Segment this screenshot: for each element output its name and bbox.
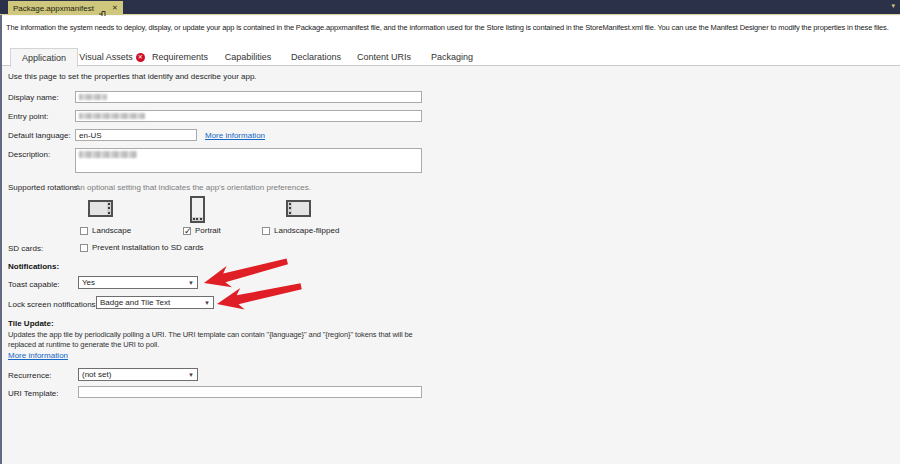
portrait-checkbox[interactable] xyxy=(183,227,191,235)
sd-cards-checkbox-label: Prevent installation to SD cards xyxy=(92,243,204,252)
tab-capabilities[interactable]: Capabilities xyxy=(214,48,282,66)
uri-template-input[interactable] xyxy=(78,386,422,398)
sd-cards-checkbox-row: Prevent installation to SD cards xyxy=(80,243,204,252)
landscape-flipped-checkbox-row: Landscape-flipped xyxy=(262,226,339,235)
tile-update-more-information-link[interactable]: More information xyxy=(8,351,68,360)
manifest-description-strip: The information the system needs to depl… xyxy=(2,16,900,48)
toast-capable-label: Toast capable: xyxy=(8,280,60,289)
document-well-dropdown-icon[interactable]: ▾ xyxy=(891,2,895,10)
default-language-label: Default language: xyxy=(8,131,71,140)
sd-cards-label: SD cards: xyxy=(8,244,43,253)
supported-rotations-hint: An optional setting that indicates the a… xyxy=(75,183,311,192)
document-tab-title: Package.appxmanifest xyxy=(13,4,94,13)
chevron-down-icon: ▼ xyxy=(186,372,194,378)
document-well-bar: Package.appxmanifest ✕ ▾ xyxy=(0,0,900,15)
page-intro-text: Use this page to set the properties that… xyxy=(8,72,257,81)
recurrence-label: Recurrence: xyxy=(8,371,52,380)
landscape-checkbox[interactable] xyxy=(80,227,88,235)
pin-icon[interactable] xyxy=(99,4,107,12)
entry-point-label: Entry point: xyxy=(8,112,48,121)
description-textarea[interactable] xyxy=(75,148,422,173)
chevron-down-icon: ▼ xyxy=(202,300,210,306)
document-tab[interactable]: Package.appxmanifest ✕ xyxy=(8,1,123,15)
lock-screen-notifications-dropdown[interactable]: Badge and Tile Text ▼ xyxy=(96,296,214,309)
tile-update-description: Updates the app tile by periodically pol… xyxy=(8,330,420,350)
tab-visual-assets[interactable]: Visual Assets ✕ xyxy=(78,48,146,66)
landscape-flipped-checkbox[interactable] xyxy=(262,227,270,235)
sd-cards-checkbox[interactable] xyxy=(80,244,88,252)
landscape-checkbox-label: Landscape xyxy=(92,226,131,235)
description-redacted-value xyxy=(79,151,137,158)
manifest-description-text: The information the system needs to depl… xyxy=(6,23,898,32)
landscape-flipped-device-icon xyxy=(286,200,311,217)
designer-tabstrip: Application Visual Assets ✕ Requirements… xyxy=(2,48,900,66)
toast-capable-dropdown[interactable]: Yes ▼ xyxy=(78,276,198,289)
default-language-input[interactable]: en-US xyxy=(75,129,197,141)
display-name-input[interactable] xyxy=(75,91,422,103)
display-name-label: Display name: xyxy=(8,93,59,102)
portrait-checkbox-label: Portrait xyxy=(195,226,221,235)
display-name-redacted-value xyxy=(79,94,107,100)
tab-content-uris[interactable]: Content URIs xyxy=(350,48,418,66)
window-left-border xyxy=(0,15,2,464)
landscape-checkbox-row: Landscape xyxy=(80,226,131,235)
description-label: Description: xyxy=(8,150,50,159)
lock-screen-notifications-label: Lock screen notifications: xyxy=(8,300,98,309)
tab-application[interactable]: Application xyxy=(10,48,78,67)
error-badge-icon: ✕ xyxy=(136,53,145,62)
supported-rotations-label: Supported rotations: xyxy=(8,183,80,192)
portrait-device-icon xyxy=(190,196,205,223)
portrait-checkbox-row: Portrait xyxy=(183,226,221,235)
recurrence-dropdown[interactable]: (not set) ▼ xyxy=(78,368,198,381)
landscape-flipped-checkbox-label: Landscape-flipped xyxy=(274,226,339,235)
landscape-device-icon xyxy=(88,200,113,217)
notifications-heading: Notifications: xyxy=(8,262,59,271)
entry-point-input[interactable] xyxy=(75,110,422,122)
close-icon[interactable]: ✕ xyxy=(112,4,118,12)
manifest-designer-window: Package.appxmanifest ✕ ▾ The information… xyxy=(0,0,900,464)
red-arrow-icon xyxy=(201,251,290,293)
red-arrow-icon xyxy=(215,276,304,315)
tab-requirements[interactable]: Requirements xyxy=(146,48,214,66)
tile-update-heading: Tile Update: xyxy=(8,319,54,328)
default-language-more-information-link[interactable]: More information xyxy=(205,131,265,140)
entry-point-redacted-value xyxy=(79,113,145,119)
chevron-down-icon: ▼ xyxy=(186,280,194,286)
tab-declarations[interactable]: Declarations xyxy=(282,48,350,66)
uri-template-label: URI Template: xyxy=(8,389,59,398)
tab-packaging[interactable]: Packaging xyxy=(418,48,486,66)
